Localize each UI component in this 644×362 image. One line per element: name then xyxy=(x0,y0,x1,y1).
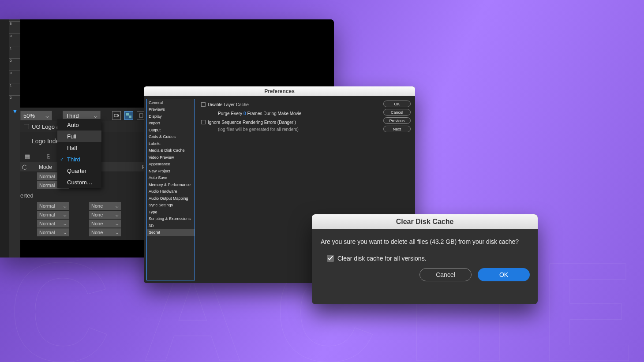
cube-icon[interactable]: ▦ xyxy=(23,152,32,160)
quality-value: Third xyxy=(66,112,79,119)
blend-mode-dropdown[interactable]: Normal⌵ xyxy=(37,220,69,228)
prefs-category-auto-save[interactable]: Auto-Save xyxy=(147,175,195,182)
disable-layer-cache-checkbox[interactable] xyxy=(201,102,206,107)
vertical-ruler: 8 0 1 0 0 1 2 ▼ xyxy=(9,19,20,258)
clear-all-versions-label: Clear disk cache for all versions. xyxy=(337,255,427,262)
check-icon xyxy=(328,256,333,261)
col-3d xyxy=(20,162,26,172)
trkmat-dropdown[interactable]: None⌵ xyxy=(89,228,121,236)
disable-layer-cache-label: Disable Layer Cache xyxy=(208,102,249,107)
quality-menu: AutoFullHalfThirdQuarterCustom… xyxy=(57,119,101,188)
prefs-category--d[interactable]: 3D xyxy=(147,222,195,229)
prefs-category-new-project[interactable]: New Project xyxy=(147,168,195,175)
svg-rect-0 xyxy=(114,114,118,117)
cube-icon xyxy=(22,164,26,170)
prefs-category-type[interactable]: Type xyxy=(147,209,195,216)
transparency-grid-icon[interactable] xyxy=(124,111,133,120)
prefs-category-sync-settings[interactable]: Sync Settings xyxy=(147,202,195,209)
chevron-down-icon: ⌵ xyxy=(94,112,97,119)
svg-rect-3 xyxy=(129,116,131,118)
prefs-category-labels[interactable]: Labels xyxy=(147,140,195,147)
prefs-category-output[interactable]: Output xyxy=(147,127,195,134)
camera-icon[interactable] xyxy=(112,111,121,120)
timeline-marker-icon[interactable]: ▼ xyxy=(9,108,20,116)
prefs-category-video-preview[interactable]: Video Preview xyxy=(147,154,195,161)
ruler-tick: 1 xyxy=(9,83,20,95)
col-spacer xyxy=(26,162,37,172)
window-gutter xyxy=(0,19,9,258)
prefs-category-grids---guides[interactable]: Grids & Guides xyxy=(147,134,195,141)
quality-option-auto[interactable]: Auto xyxy=(57,119,101,131)
ignore-errors-checkbox[interactable] xyxy=(201,120,206,124)
blend-mode-dropdown[interactable]: Normal⌵ xyxy=(37,202,69,210)
prefs-category-scripting---expressions[interactable]: Scripting & Expressions xyxy=(147,216,195,223)
prefs-category-audio-output-mapping[interactable]: Audio Output Mapping xyxy=(147,195,195,202)
blend-mode-dropdown[interactable]: Normal⌵ xyxy=(37,228,69,236)
log-files-note: (log files will be generated for all ren… xyxy=(218,127,409,132)
dialog-title: Clear Disk Cache xyxy=(312,214,538,229)
trkmat-dropdown[interactable]: None⌵ xyxy=(89,202,121,210)
tab-color-swatch xyxy=(24,124,29,129)
quality-option-full[interactable]: Full xyxy=(57,131,101,142)
prefs-category-media---disk-cache[interactable]: Media & Disk Cache xyxy=(147,147,195,154)
quality-option-custom[interactable]: Custom… xyxy=(57,176,101,188)
trkmat-dropdown[interactable]: None⌵ xyxy=(89,211,121,219)
clear-disk-cache-dialog: Clear Disk Cache Are you sure you want t… xyxy=(312,214,538,304)
purge-value[interactable]: 0 xyxy=(243,111,246,116)
quality-option-third[interactable]: Third xyxy=(57,153,101,165)
svg-rect-2 xyxy=(126,113,129,116)
ruler-tick: 1 xyxy=(9,46,20,58)
quality-option-half[interactable]: Half xyxy=(57,142,101,153)
chevron-down-icon: ⌵ xyxy=(45,112,49,119)
blend-mode-dropdown[interactable]: Normal⌵ xyxy=(37,211,69,219)
prefs-category-memory---performance[interactable]: Memory & Performance xyxy=(147,181,195,188)
trkmat-dropdown[interactable]: None⌵ xyxy=(89,220,121,228)
previous-button[interactable]: Previous xyxy=(383,117,411,124)
prefs-category-display[interactable]: Display xyxy=(147,113,195,120)
ruler-tick: 8 xyxy=(9,21,20,34)
ok-button[interactable]: OK xyxy=(383,101,411,107)
book-icon[interactable]: ⎘ xyxy=(44,152,53,160)
zoom-value: 50% xyxy=(23,112,35,119)
preferences-title: Preferences xyxy=(144,86,415,96)
purge-label-post: Frames During Make Movie xyxy=(247,111,302,116)
purge-label-pre: Purge Every xyxy=(218,111,242,116)
prefs-category-audio-hardware[interactable]: Audio Hardware xyxy=(147,188,195,195)
cancel-button[interactable]: Cancel xyxy=(419,268,472,281)
prefs-category-previews[interactable]: Previews xyxy=(147,106,195,113)
ruler-tick: 0 xyxy=(9,58,20,71)
dialog-question: Are you sure you want to delete all file… xyxy=(321,238,529,245)
prefs-category-import[interactable]: Import xyxy=(147,120,195,127)
quality-option-quarter[interactable]: Quarter xyxy=(57,165,101,176)
preferences-category-list: GeneralPreviewsDisplayImportOutputGrids … xyxy=(146,99,195,280)
prefs-category-general[interactable]: General xyxy=(147,99,195,106)
next-button[interactable]: Next xyxy=(383,126,411,132)
cancel-button[interactable]: Cancel xyxy=(383,109,411,116)
zoom-dropdown[interactable]: 50% ⌵ xyxy=(20,111,52,120)
ruler-tick: 2 xyxy=(9,95,20,108)
ok-button[interactable]: OK xyxy=(478,268,530,281)
svg-rect-4 xyxy=(139,114,143,117)
prefs-category-secret[interactable]: Secret xyxy=(147,229,195,236)
ignore-errors-label: Ignore Sequence Rendering Errors (Danger… xyxy=(208,120,296,125)
clear-all-versions-checkbox[interactable] xyxy=(327,255,334,262)
prefs-category-appearance[interactable]: Appearance xyxy=(147,161,195,168)
ruler-tick: 0 xyxy=(9,71,20,83)
ruler-tick: 0 xyxy=(9,34,20,46)
